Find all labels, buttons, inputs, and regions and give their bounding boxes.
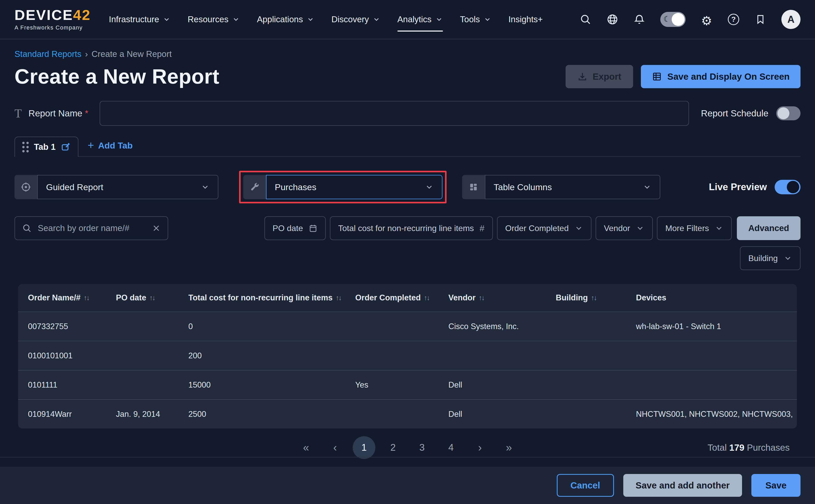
edit-tab-icon[interactable] — [61, 142, 71, 152]
report-name-input[interactable] — [100, 101, 689, 126]
selector-row: Guided Report Purchases Table Columns — [14, 171, 801, 203]
save-and-add-another-button[interactable]: Save and add another — [623, 474, 742, 497]
breadcrumb-standard-reports-link[interactable]: Standard Reports — [14, 49, 81, 59]
column-header-po-date[interactable]: PO date↑↓ — [116, 293, 188, 302]
nav-item-insights[interactable]: Insights+ — [508, 7, 543, 32]
bell-icon[interactable] — [633, 13, 645, 25]
required-asterisk: * — [85, 108, 88, 118]
cell-order-name: 007332755 — [28, 322, 116, 331]
device42-logo[interactable]: DEVICE42 A Freshworks Company — [14, 8, 91, 31]
chevron-down-icon — [425, 183, 434, 191]
target-icon — [14, 175, 37, 199]
nav-item-tools[interactable]: Tools — [460, 7, 491, 32]
save-button[interactable]: Save — [751, 474, 801, 497]
sort-icon[interactable]: ↑↓ — [479, 294, 484, 302]
globe-icon[interactable] — [606, 13, 618, 25]
sort-icon[interactable]: ↑↓ — [424, 294, 429, 302]
filter-chips: PO dateTotal cost for non-recurring line… — [264, 216, 732, 240]
search-icon[interactable] — [580, 13, 591, 25]
footer-action-bar: Cancel Save and add another Save — [0, 467, 815, 504]
table-row[interactable]: 0073327550Cisco Systems, Inc.wh-lab-sw-0… — [18, 312, 797, 341]
main-content: Standard Reports › Create a New Report C… — [0, 49, 815, 460]
column-header-vendor[interactable]: Vendor↑↓ — [448, 293, 556, 302]
filter-chip-po-date[interactable]: PO date — [264, 216, 326, 240]
export-button[interactable]: Export — [566, 65, 633, 88]
next-page-button[interactable]: › — [469, 436, 491, 459]
total-summary: Total 179 Purchases — [708, 442, 790, 453]
nav-item-applications[interactable]: Applications — [257, 7, 314, 32]
save-and-display-button[interactable]: Save and Display On Screen — [641, 65, 801, 88]
footer-divider — [0, 457, 815, 457]
filter-chip-more-filters[interactable]: More Filters — [657, 216, 732, 240]
chevron-down-icon — [715, 224, 723, 233]
report-type-dropdown[interactable]: Guided Report — [14, 175, 218, 199]
clear-search-icon[interactable] — [152, 224, 160, 232]
table-row[interactable]: 010914WarrJan. 9, 20142500DellNHCTWS001,… — [18, 399, 797, 428]
cell-order-name: 0101111 — [28, 380, 116, 390]
table-row[interactable]: 010111115000YesDell — [18, 370, 797, 399]
page-button-3[interactable]: 3 — [411, 436, 433, 459]
sort-icon[interactable]: ↑↓ — [149, 294, 155, 302]
tab-1[interactable]: Tab 1 — [14, 137, 78, 157]
sort-icon[interactable]: ↑↓ — [336, 294, 341, 302]
chevron-down-icon — [783, 254, 792, 263]
column-header-order-name[interactable]: Order Name/#↑↓ — [28, 293, 116, 302]
sort-icon[interactable]: ↑↓ — [84, 294, 89, 302]
previous-page-button[interactable]: ‹ — [324, 436, 346, 459]
breadcrumb-separator: › — [85, 49, 88, 59]
moon-icon: ☾ — [663, 14, 670, 24]
theme-toggle[interactable]: ☾ — [660, 12, 686, 27]
drag-handle-icon[interactable] — [22, 142, 29, 152]
help-icon[interactable]: ? — [728, 13, 739, 25]
first-page-button[interactable]: « — [295, 436, 317, 459]
chevron-down-icon — [636, 224, 644, 233]
page-button-1[interactable]: 1 — [353, 436, 375, 459]
chevron-down-icon — [307, 16, 314, 23]
object-type-value: Purchases — [275, 182, 316, 192]
filter-chip-vendor[interactable]: Vendor — [596, 216, 653, 240]
page-button-2[interactable]: 2 — [382, 436, 404, 459]
bookmark-icon[interactable] — [754, 13, 766, 25]
total-count: 179 — [729, 442, 744, 453]
report-type-value: Guided Report — [46, 182, 103, 192]
purchases-highlight-box: Purchases — [239, 171, 447, 203]
live-preview-control: Live Preview — [709, 180, 801, 194]
nav-item-resources[interactable]: Resources — [188, 7, 240, 32]
filter-chip-order-completed[interactable]: Order Completed — [497, 216, 591, 240]
chevron-down-icon — [163, 16, 171, 23]
nav-item-infrastructure[interactable]: Infrastructure — [109, 7, 171, 32]
building-dropdown[interactable]: Building — [740, 246, 801, 270]
chevron-down-icon — [373, 16, 380, 23]
tab-bar: Tab 1 + Add Tab — [14, 137, 801, 157]
gear-icon[interactable]: ⚙ — [701, 13, 713, 25]
cell-order-name: 010914Warr — [28, 410, 116, 419]
logo-text: DEVICE42 — [14, 8, 91, 22]
table-columns-dropdown[interactable]: Table Columns — [462, 175, 660, 199]
table-row[interactable]: 0100101001200 — [18, 341, 797, 370]
order-search-input[interactable] — [38, 223, 146, 233]
cell-po-date: Jan. 9, 2014 — [116, 410, 188, 419]
breadcrumb: Standard Reports › Create a New Report — [14, 49, 801, 59]
last-page-button[interactable]: » — [498, 436, 520, 459]
cancel-button[interactable]: Cancel — [557, 474, 614, 497]
add-tab-button[interactable]: + Add Tab — [88, 139, 133, 156]
report-schedule-toggle[interactable] — [776, 106, 801, 120]
avatar[interactable]: A — [781, 10, 801, 29]
page-button-4[interactable]: 4 — [440, 436, 462, 459]
column-header-total-cost-for-non-recurring-line-items[interactable]: Total cost for non-recurring line items↑… — [188, 293, 355, 302]
nav-item-analytics[interactable]: Analytics — [397, 7, 443, 32]
object-type-dropdown[interactable]: Purchases — [243, 175, 442, 199]
chevron-down-icon — [435, 16, 443, 23]
filter-chip-total-cost-for-non-recurring-line-items[interactable]: Total cost for non-recurring line items# — [330, 216, 493, 240]
sort-icon[interactable]: ↑↓ — [591, 294, 596, 302]
live-preview-toggle[interactable] — [775, 180, 801, 194]
download-icon — [577, 72, 587, 81]
column-header-order-completed[interactable]: Order Completed↑↓ — [355, 293, 448, 302]
nav-right-icons: ☾ ⚙ ? A — [580, 10, 801, 29]
nav-item-discovery[interactable]: Discovery — [331, 7, 380, 32]
breadcrumb-current: Create a New Report — [92, 49, 172, 59]
top-navbar: DEVICE42 A Freshworks Company Infrastruc… — [0, 0, 815, 39]
advanced-button[interactable]: Advanced — [737, 216, 801, 240]
column-header-building[interactable]: Building↑↓ — [556, 293, 636, 302]
nav-menu: InfrastructureResourcesApplicationsDisco… — [109, 7, 543, 32]
